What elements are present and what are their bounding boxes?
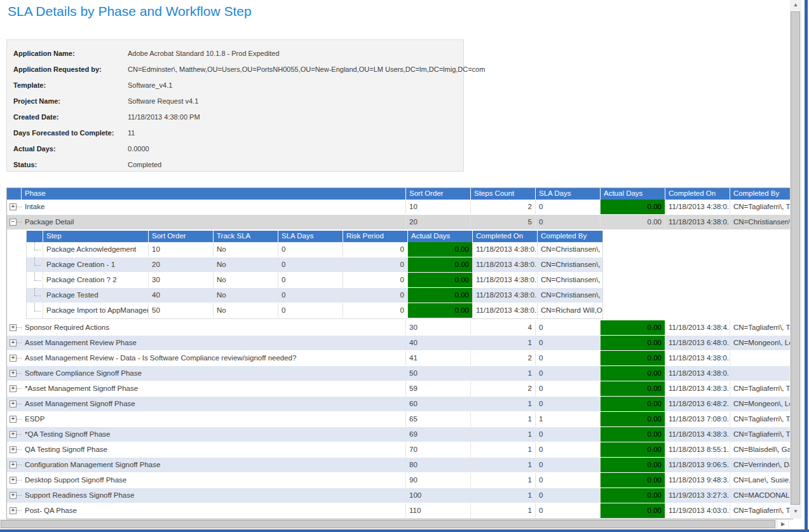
cell-actual-days: 0.00	[601, 458, 665, 472]
info-field-label: Application Name:	[13, 50, 128, 57]
tree-branch-icon	[27, 242, 43, 257]
cell-steps-count: 1	[471, 366, 536, 381]
cell-steps-count: 1	[471, 503, 536, 518]
expand-toggle-icon[interactable]: +	[10, 507, 17, 514]
cell-risk-period: 0	[343, 303, 408, 318]
expand-toggle-icon[interactable]: +	[10, 324, 17, 331]
cell-completed-on: 11/18/2013 4:38:0...	[665, 366, 730, 381]
phase-row: −Package Detail20500.0011/18/2013 4:38:0…	[7, 215, 792, 230]
cell-phase: Desktop Support Signoff Phase	[22, 473, 406, 488]
tree-line	[17, 222, 22, 222]
expander-cell: +	[7, 458, 22, 472]
expand-toggle-icon[interactable]: +	[10, 400, 17, 407]
expand-toggle-icon[interactable]: +	[10, 385, 17, 392]
sla-details-table: PhaseSort OrderSteps CountSLA DaysActual…	[6, 188, 793, 519]
step-column-header-risk-period: Risk Period	[343, 231, 408, 242]
horizontal-scrollbar-thumb[interactable]	[1, 520, 775, 528]
expand-toggle-icon[interactable]: +	[10, 370, 17, 377]
cell-sort-order: 60	[406, 397, 471, 411]
cell-sla-days: 0	[536, 427, 601, 442]
collapse-toggle-icon[interactable]: −	[10, 219, 17, 226]
cell-sort-order: 100	[406, 488, 471, 503]
cell-step: Package Creation ? 2	[43, 273, 149, 287]
cell-steps-count: 1	[471, 336, 536, 350]
scroll-right-icon[interactable]: ▶	[778, 520, 788, 529]
cell-sla-days: 0	[278, 288, 343, 303]
cell-sla-days: 0	[536, 397, 601, 411]
cell-actual-days: 0.00	[601, 351, 665, 365]
vertical-scrollbar[interactable]: ▲ ▼	[790, 0, 801, 519]
expand-toggle-icon[interactable]: +	[10, 355, 17, 362]
expand-toggle-icon[interactable]: +	[10, 416, 17, 423]
cell-phase: QA Testing Signoff Phase	[22, 442, 406, 457]
step-table-wrapper: StepSort OrderTrack SLASLA DaysRisk Peri…	[7, 230, 792, 320]
cell-completed-on: 11/18/2013 9:06:5...	[665, 458, 730, 472]
cell-completed-on: 11/18/2013 4:38:0...	[665, 351, 730, 365]
cell-completed-by: CN=Christiansen\, ..	[730, 215, 792, 229]
window-border-right	[805, 0, 808, 532]
cell-sort-order: 110	[406, 503, 471, 518]
scroll-down-icon[interactable]: ▼	[790, 507, 801, 517]
expand-toggle-icon[interactable]: +	[10, 492, 17, 499]
expander-cell: +	[7, 412, 22, 426]
cell-steps-count: 1	[471, 412, 536, 426]
cell-sort-order: 10	[149, 242, 214, 257]
column-header-actual-days: Actual Days	[601, 188, 665, 200]
cell-sort-order: 40	[149, 288, 214, 303]
cell-phase: ESDP	[22, 412, 406, 426]
step-row: Package Tested40No000.0011/18/2013 4:38:…	[27, 288, 602, 303]
cell-actual-days: 0.00	[601, 320, 665, 335]
cell-track-sla: No	[214, 288, 278, 303]
cell-completed-by: CN=Tagliaferri\, Ta..	[730, 427, 792, 442]
cell-completed-by: CN=Mongeon\, Le..	[730, 397, 792, 411]
cell-steps-count: 5	[471, 215, 536, 229]
window-border-bottom	[0, 529, 809, 532]
tree-line	[17, 404, 22, 404]
step-column-header-completed-by: Completed By	[538, 231, 602, 242]
cell-risk-period: 0	[343, 273, 408, 287]
cell-completed-on: 11/18/2013 6:48:2...	[665, 397, 730, 411]
horizontal-scrollbar[interactable]: ▶	[0, 519, 789, 529]
cell-sort-order: 80	[406, 458, 471, 472]
expand-toggle-icon[interactable]: +	[10, 203, 17, 210]
cell-steps-count: 1	[471, 427, 536, 442]
cell-sla-days: 0	[536, 200, 601, 214]
phase-row: +Asset Management Review Phase40100.0011…	[7, 336, 792, 351]
scroll-up-icon[interactable]: ▲	[790, 0, 801, 10]
cell-sort-order: 50	[406, 366, 471, 381]
info-field-label: Actual Days:	[13, 145, 128, 153]
cell-completed-on: 11/19/2013 4:03:0...	[665, 503, 730, 518]
cell-completed-by: CN=Tagliaferri\, Ta..	[730, 381, 792, 396]
cell-completed-on: 11/18/2013 4:38:0...	[473, 288, 538, 303]
main-header-row: PhaseSort OrderSteps CountSLA DaysActual…	[7, 188, 792, 200]
cell-actual-days: 0.00	[408, 273, 473, 287]
info-field: Application Requested by:CN=Edminster\, …	[13, 61, 463, 77]
cell-phase: Asset Management Review - Data - Is Soft…	[22, 351, 406, 365]
page-title: SLA Details by Phase and Workflow Step	[8, 4, 252, 19]
column-header-sla-days: SLA Days	[536, 188, 601, 200]
cell-completed-on: 11/18/2013 4:38:3...	[665, 427, 730, 442]
tree-branch-icon	[27, 303, 43, 318]
expand-toggle-icon[interactable]: +	[10, 431, 17, 438]
column-header-completed-by: Completed By	[730, 188, 792, 200]
expander-cell: +	[7, 366, 22, 381]
expand-toggle-icon[interactable]: +	[10, 446, 17, 453]
expander-cell: +	[7, 381, 22, 396]
cell-completed-on: 11/18/2013 7:08:0...	[665, 412, 730, 426]
info-field-value: Completed	[128, 161, 161, 168]
expand-toggle-icon[interactable]: +	[10, 461, 17, 468]
cell-step: Package Acknowledgement	[43, 242, 149, 257]
info-field: Status:Completed	[13, 156, 463, 172]
cell-sort-order: 20	[149, 257, 214, 272]
vertical-scrollbar-thumb[interactable]	[791, 11, 800, 505]
cell-completed-on: 11/18/2013 8:55:1...	[665, 442, 730, 457]
cell-completed-on: 11/18/2013 4:38:0...	[665, 200, 730, 214]
step-column-header-actual-days: Actual Days	[408, 231, 473, 242]
info-field: Created Date:11/18/2013 4:38:00 PM	[13, 109, 463, 125]
cell-sort-order: 10	[406, 200, 471, 214]
expand-toggle-icon[interactable]: +	[10, 477, 17, 484]
cell-completed-on: 11/19/2013 3:27:3...	[665, 488, 730, 503]
expand-toggle-icon[interactable]: +	[10, 339, 17, 346]
step-column-header-sla-days: SLA Days	[278, 231, 343, 242]
info-field-value: Software_v4.1	[128, 81, 172, 89]
